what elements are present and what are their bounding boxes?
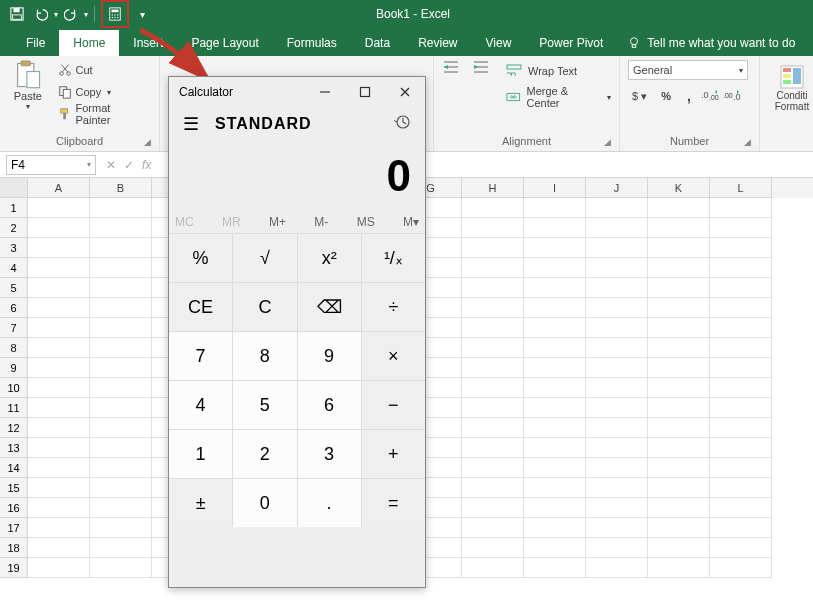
cell[interactable] xyxy=(462,238,524,258)
cell[interactable] xyxy=(710,558,772,578)
key-1[interactable]: 1 xyxy=(169,430,232,478)
column-header[interactable]: J xyxy=(586,178,648,198)
cell[interactable] xyxy=(648,478,710,498)
cell[interactable] xyxy=(710,258,772,278)
cell[interactable] xyxy=(28,558,90,578)
cell[interactable] xyxy=(90,378,152,398)
cell[interactable] xyxy=(710,278,772,298)
cell[interactable] xyxy=(586,518,648,538)
cell[interactable] xyxy=(90,198,152,218)
cell[interactable] xyxy=(28,498,90,518)
key-9[interactable]: 9 xyxy=(298,332,361,380)
cell[interactable] xyxy=(462,318,524,338)
row-header[interactable]: 2 xyxy=(0,218,28,238)
cell[interactable] xyxy=(28,358,90,378)
cell[interactable] xyxy=(28,478,90,498)
cell[interactable] xyxy=(90,218,152,238)
row-header[interactable]: 9 xyxy=(0,358,28,378)
row-header[interactable]: 7 xyxy=(0,318,28,338)
cell[interactable] xyxy=(524,478,586,498)
cell[interactable] xyxy=(586,458,648,478)
cell[interactable] xyxy=(90,398,152,418)
cell[interactable] xyxy=(648,218,710,238)
cell[interactable] xyxy=(648,538,710,558)
cut-button[interactable]: Cut xyxy=(54,60,152,80)
cell[interactable] xyxy=(524,258,586,278)
row-header[interactable]: 15 xyxy=(0,478,28,498)
cell[interactable] xyxy=(28,318,90,338)
key-6[interactable]: 6 xyxy=(298,381,361,429)
tab-file[interactable]: File xyxy=(12,30,59,56)
cell[interactable] xyxy=(710,478,772,498)
row-header[interactable]: 8 xyxy=(0,338,28,358)
cell[interactable] xyxy=(28,238,90,258)
accounting-format-button[interactable]: $ ▾ xyxy=(628,88,651,105)
cell[interactable] xyxy=(524,198,586,218)
tell-me[interactable]: Tell me what you want to do xyxy=(617,30,805,56)
memory-m-[interactable]: M- xyxy=(314,215,328,229)
memory-ms[interactable]: MS xyxy=(357,215,375,229)
conditional-formatting-button[interactable]: Conditi Formatt xyxy=(768,60,813,112)
cell[interactable] xyxy=(586,498,648,518)
cell[interactable] xyxy=(90,318,152,338)
cell[interactable] xyxy=(710,338,772,358)
cell[interactable] xyxy=(462,278,524,298)
cell[interactable] xyxy=(648,338,710,358)
cell[interactable] xyxy=(710,238,772,258)
wrap-text-button[interactable]: Wrap Text xyxy=(506,60,611,82)
enter-formula-button[interactable]: ✓ xyxy=(124,158,134,172)
cell[interactable] xyxy=(90,538,152,558)
redo-dropdown[interactable]: ▾ xyxy=(84,10,88,19)
cell[interactable] xyxy=(648,458,710,478)
column-header[interactable]: K xyxy=(648,178,710,198)
insert-function-button[interactable]: fx xyxy=(142,158,151,172)
row-header[interactable]: 19 xyxy=(0,558,28,578)
key-8[interactable]: 8 xyxy=(233,332,296,380)
row-header[interactable]: 11 xyxy=(0,398,28,418)
tab-insert[interactable]: Insert xyxy=(119,30,177,56)
cell[interactable] xyxy=(586,538,648,558)
tab-data[interactable]: Data xyxy=(351,30,404,56)
cell[interactable] xyxy=(524,398,586,418)
key-7[interactable]: 7 xyxy=(169,332,232,380)
hamburger-menu-button[interactable]: ☰ xyxy=(183,113,199,135)
cell[interactable] xyxy=(648,278,710,298)
cell[interactable] xyxy=(28,378,90,398)
cell[interactable] xyxy=(710,358,772,378)
comma-format-button[interactable]: , xyxy=(681,86,697,106)
cell[interactable] xyxy=(710,438,772,458)
row-header[interactable]: 14 xyxy=(0,458,28,478)
tab-formulas[interactable]: Formulas xyxy=(273,30,351,56)
redo-button[interactable] xyxy=(60,3,82,25)
cell[interactable] xyxy=(462,418,524,438)
minimize-button[interactable] xyxy=(305,77,345,107)
decrease-decimal-button[interactable]: .00.0 xyxy=(723,88,741,104)
key-equals[interactable]: = xyxy=(362,479,425,527)
cell[interactable] xyxy=(586,298,648,318)
cell[interactable] xyxy=(710,398,772,418)
column-header[interactable]: A xyxy=(28,178,90,198)
cell[interactable] xyxy=(462,338,524,358)
cell[interactable] xyxy=(462,438,524,458)
cancel-formula-button[interactable]: ✕ xyxy=(106,158,116,172)
cell[interactable] xyxy=(586,558,648,578)
cell[interactable] xyxy=(586,438,648,458)
cell[interactable] xyxy=(710,418,772,438)
tab-home[interactable]: Home xyxy=(59,30,119,56)
row-header[interactable]: 18 xyxy=(0,538,28,558)
cell[interactable] xyxy=(28,218,90,238)
merge-center-button[interactable]: Merge & Center ▾ xyxy=(506,86,611,108)
number-dialog-launcher[interactable]: ◢ xyxy=(744,137,751,147)
key-add[interactable]: + xyxy=(362,430,425,478)
cell[interactable] xyxy=(90,338,152,358)
cell[interactable] xyxy=(648,498,710,518)
select-all-button[interactable] xyxy=(0,178,28,198)
key-subtract[interactable]: − xyxy=(362,381,425,429)
tab-review[interactable]: Review xyxy=(404,30,471,56)
cell[interactable] xyxy=(462,498,524,518)
cell[interactable] xyxy=(648,298,710,318)
cell[interactable] xyxy=(90,558,152,578)
cell[interactable] xyxy=(90,418,152,438)
column-header[interactable]: I xyxy=(524,178,586,198)
undo-button[interactable] xyxy=(30,3,52,25)
